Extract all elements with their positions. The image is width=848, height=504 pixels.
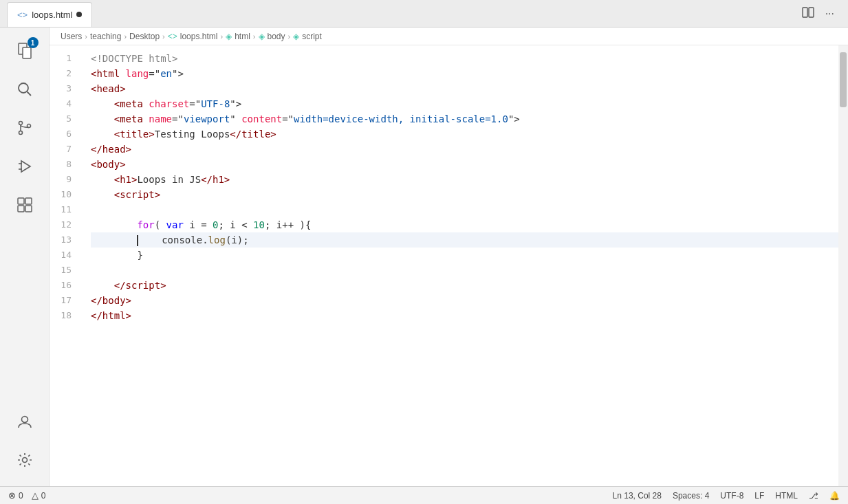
svg-point-7 [19, 131, 22, 135]
code-line-8: <body> [91, 157, 838, 172]
tab-filename: loops.html [32, 10, 72, 20]
breadcrumb-filename: loops.html [180, 32, 218, 41]
code-line-16: </script> [91, 278, 838, 293]
breadcrumb-users: Users [61, 32, 82, 41]
breadcrumb-teaching: teaching [90, 32, 121, 41]
indentation[interactable]: Spaces: 4 [673, 491, 709, 501]
breadcrumb-html-tag-icon: ◈ [226, 32, 232, 41]
svg-marker-9 [21, 161, 30, 172]
html-file-icon: <> [17, 10, 28, 20]
code-line-13: console.log(i); [91, 232, 838, 248]
breadcrumb-sep-1: › [85, 32, 87, 41]
code-line-18: </html> [91, 308, 838, 323]
source-control-button[interactable] [7, 110, 43, 146]
breadcrumb-html-icon: <> [168, 32, 177, 41]
status-left: ⊗ 0 △ 0 [8, 490, 45, 501]
code-line-4: <meta charset="UTF-8"> [91, 96, 838, 111]
breadcrumb: Users › teaching › Desktop › <> loops.ht… [50, 28, 848, 45]
tab-actions: ··· [799, 3, 848, 24]
breadcrumb-sep-4: › [220, 32, 223, 41]
code-line-3: <head> [91, 81, 838, 96]
svg-rect-12 [18, 198, 24, 204]
code-line-6: <title>Testing Loops</title> [91, 127, 838, 142]
code-content[interactable]: <!DOCTYPE html> <html lang="en"> <head> … [88, 45, 838, 486]
code-line-12: for( var i = 0; i < 10; i++ ){ [91, 217, 838, 232]
code-line-7: </head> [91, 142, 838, 157]
tab-bar: <> loops.html ··· [0, 0, 848, 28]
breadcrumb-sep-2: › [124, 32, 127, 41]
svg-point-17 [22, 458, 27, 463]
svg-rect-15 [25, 206, 32, 212]
breadcrumb-html: html [235, 32, 250, 41]
code-editor[interactable]: 1 2 3 4 5 6 7 8 9 10 11 12 13 14 15 16 1 [50, 45, 838, 486]
svg-point-16 [21, 417, 28, 423]
breadcrumb-sep-6: › [288, 32, 291, 41]
breadcrumb-sep-5: › [253, 32, 256, 41]
scrollbar-area[interactable] [838, 45, 848, 486]
breadcrumb-sep-3: › [162, 32, 165, 41]
git-icon[interactable]: ⎇ [809, 491, 818, 501]
errors-status[interactable]: ⊗ 0 [8, 490, 23, 501]
breadcrumb-body: body [268, 32, 285, 41]
breadcrumb-script-icon: ◈ [293, 32, 299, 41]
split-editor-button[interactable] [799, 3, 817, 24]
modified-indicator [76, 12, 82, 17]
svg-rect-13 [25, 198, 32, 204]
more-actions-button[interactable]: ··· [823, 5, 837, 23]
code-line-5: <meta name="viewport" content="width=dev… [91, 111, 838, 127]
status-right: Ln 13, Col 28 Spaces: 4 UTF-8 LF HTML ⎇ … [613, 491, 840, 501]
cursor-position[interactable]: Ln 13, Col 28 [613, 491, 662, 501]
warning-count: 0 [41, 491, 46, 501]
svg-rect-14 [18, 206, 24, 212]
error-icon: ⊗ [8, 490, 16, 501]
activity-bottom [7, 404, 43, 486]
warnings-status[interactable]: △ 0 [32, 490, 46, 501]
explorer-badge: 1 [28, 37, 39, 48]
language-mode[interactable]: HTML [775, 491, 798, 501]
file-tab[interactable]: <> loops.html [7, 2, 92, 27]
svg-point-4 [19, 83, 28, 93]
main-layout: 1 [0, 28, 848, 486]
svg-rect-3 [23, 47, 31, 58]
code-line-2: <html lang="en"> [91, 66, 838, 81]
code-line-11 [91, 202, 838, 217]
scrollbar-thumb[interactable] [840, 52, 847, 107]
code-line-17: </body> [91, 293, 838, 308]
settings-button[interactable] [7, 442, 43, 478]
editor-area: Users › teaching › Desktop › <> loops.ht… [50, 28, 848, 486]
svg-line-5 [27, 92, 31, 96]
code-line-10: <script> [91, 187, 838, 202]
code-line-15 [91, 263, 838, 278]
code-line-9: <h1>Loops in JS</h1> [91, 172, 838, 187]
svg-rect-0 [803, 8, 807, 17]
activity-bar: 1 [0, 28, 50, 486]
svg-rect-1 [809, 8, 814, 17]
error-count: 0 [19, 491, 23, 501]
svg-point-6 [19, 122, 22, 125]
breadcrumb-body-icon: ◈ [259, 32, 265, 41]
extensions-button[interactable] [7, 187, 43, 223]
notifications-icon[interactable]: 🔔 [829, 491, 840, 501]
encoding[interactable]: UTF-8 [720, 491, 743, 501]
breadcrumb-script: script [302, 32, 322, 41]
warning-icon: △ [32, 490, 39, 501]
code-line-1: <!DOCTYPE html> [91, 51, 838, 66]
search-button[interactable] [7, 72, 43, 107]
code-line-14: } [91, 248, 838, 263]
explorer-button[interactable]: 1 [7, 33, 43, 69]
line-numbers: 1 2 3 4 5 6 7 8 9 10 11 12 13 14 15 16 1 [50, 45, 88, 486]
eol[interactable]: LF [754, 491, 764, 501]
account-button[interactable] [7, 404, 43, 439]
run-debug-button[interactable] [7, 149, 43, 184]
status-bar: ⊗ 0 △ 0 Ln 13, Col 28 Spaces: 4 UTF-8 LF… [0, 486, 848, 504]
breadcrumb-desktop: Desktop [129, 32, 160, 41]
